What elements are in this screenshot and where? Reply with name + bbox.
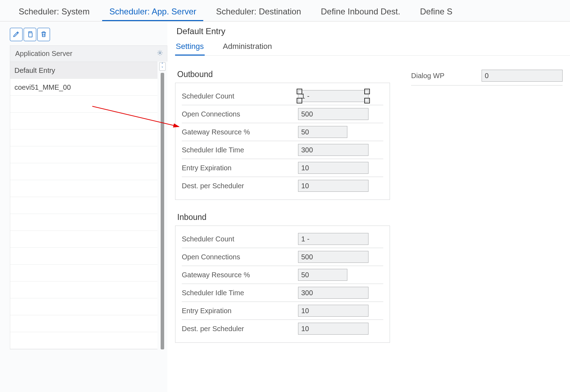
svg-point-1 <box>159 52 161 53</box>
tab-settings[interactable]: Settings <box>175 40 205 55</box>
label-dest-per-scheduler: Dest. per Scheduler <box>182 325 298 333</box>
label-scheduler-count: Scheduler Count <box>182 235 298 243</box>
inbound-open-connections-input[interactable] <box>298 251 368 263</box>
list-item <box>10 197 157 214</box>
label-open-connections: Open Connections <box>182 110 298 118</box>
outbound-gateway-resource-input[interactable] <box>298 126 347 138</box>
list-item <box>10 231 157 248</box>
list-item <box>10 282 157 298</box>
label-idle-time: Scheduler Idle Time <box>182 289 298 297</box>
outbound-group: Scheduler Count Open Connections Gateway <box>175 83 390 200</box>
outbound-idle-time-input[interactable] <box>298 144 368 156</box>
list-item-coevi51[interactable]: coevi51_MME_00 <box>10 79 157 96</box>
app-server-list: Default Entry coevi51_MME_00 <box>10 62 157 349</box>
label-entry-expiration: Entry Expiration <box>182 164 298 172</box>
list-item <box>10 214 157 231</box>
list-item <box>10 96 157 113</box>
list-scroll-stepper[interactable]: ˄ ˅ <box>159 62 166 71</box>
list-item <box>10 332 157 349</box>
pencil-icon <box>12 30 20 39</box>
list-item-default-entry[interactable]: Default Entry <box>10 62 157 79</box>
tab-define-s-truncated[interactable]: Define S <box>410 7 462 20</box>
list-item <box>10 146 157 163</box>
list-item <box>10 113 157 129</box>
list-item <box>10 129 157 146</box>
copy-icon <box>26 30 34 39</box>
detail-panel: Default Entry Settings Administration Ou… <box>167 21 570 392</box>
top-tabstrip: Scheduler: System Scheduler: App. Server… <box>0 0 570 21</box>
list-header: Application Server <box>10 45 167 62</box>
list-toolbar <box>10 28 167 41</box>
copy-button[interactable] <box>24 28 36 41</box>
label-idle-time: Scheduler Idle Time <box>182 146 298 154</box>
svg-rect-0 <box>29 33 32 37</box>
label-dialog-wp: Dialog WP <box>411 72 482 80</box>
list-item <box>10 180 157 197</box>
outbound-scheduler-count-input[interactable] <box>298 90 368 102</box>
list-item <box>10 315 157 332</box>
label-scheduler-count: Scheduler Count <box>182 92 298 100</box>
outbound-dest-per-scheduler-input[interactable] <box>298 180 368 192</box>
chevron-down-icon: ˅ <box>160 67 165 70</box>
list-item <box>10 265 157 282</box>
trash-icon <box>40 30 48 39</box>
inbound-group: Scheduler Count Open Connections Gateway… <box>175 226 390 343</box>
tab-scheduler-system[interactable]: Scheduler: System <box>9 7 99 20</box>
edit-button[interactable] <box>10 28 23 41</box>
outbound-open-connections-input[interactable] <box>298 108 368 120</box>
tab-scheduler-app-server[interactable]: Scheduler: App. Server <box>99 7 206 20</box>
focus-marker <box>298 90 368 102</box>
label-gateway-resource: Gateway Resource % <box>182 271 298 279</box>
outbound-heading: Outbound <box>177 70 390 79</box>
list-item <box>10 298 157 315</box>
label-gateway-resource: Gateway Resource % <box>182 128 298 136</box>
inbound-entry-expiration-input[interactable] <box>298 305 368 317</box>
inbound-heading: Inbound <box>177 213 390 222</box>
list-item <box>10 248 157 265</box>
inbound-gateway-resource-input[interactable] <box>298 269 347 281</box>
inbound-dest-per-scheduler-input[interactable] <box>298 323 368 335</box>
label-dest-per-scheduler: Dest. per Scheduler <box>182 182 298 190</box>
list-header-label: Application Server <box>15 50 72 58</box>
detail-tabstrip: Settings Administration <box>175 40 570 56</box>
tab-define-inbound-dest[interactable]: Define Inbound Dest. <box>311 7 410 20</box>
inbound-scheduler-count-input[interactable] <box>298 233 368 245</box>
list-side-nav: ˄ ˅ <box>157 62 167 349</box>
inbound-idle-time-input[interactable] <box>298 287 368 299</box>
tab-administration[interactable]: Administration <box>222 40 273 55</box>
gear-icon[interactable] <box>156 49 163 58</box>
list-item <box>10 163 157 180</box>
label-open-connections: Open Connections <box>182 253 298 261</box>
outbound-entry-expiration-input[interactable] <box>298 162 368 174</box>
tab-scheduler-destination[interactable]: Scheduler: Destination <box>206 7 311 20</box>
left-panel: Application Server Default Entry coevi51… <box>0 21 167 392</box>
delete-button[interactable] <box>37 28 50 41</box>
page-title: Default Entry <box>176 26 570 36</box>
list-scrollbar[interactable] <box>161 73 164 349</box>
label-entry-expiration: Entry Expiration <box>182 307 298 315</box>
dialog-wp-input[interactable] <box>482 70 563 82</box>
